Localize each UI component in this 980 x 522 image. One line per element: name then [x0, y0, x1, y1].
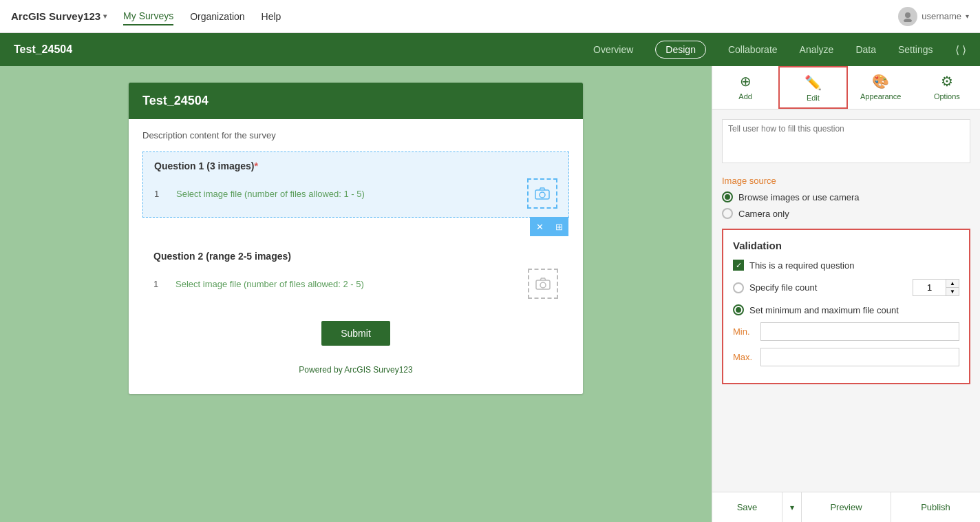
- avatar: [898, 7, 917, 26]
- specify-count-label: Specify file count: [749, 282, 817, 293]
- question2-hint: Select image file (number of files allow…: [175, 279, 520, 289]
- specify-count-radio[interactable]: [733, 282, 744, 293]
- options-icon: ⚙: [941, 73, 953, 90]
- question1-required: *: [254, 160, 257, 171]
- question1-hint: Select image file (number of files allow…: [176, 189, 519, 199]
- survey-title: Test_24504: [14, 43, 571, 56]
- tool-edit-label: Edit: [807, 94, 820, 102]
- survey-bar: Test_24504 Overview Design Collaborate A…: [0, 33, 980, 66]
- panel-footer: Save ▾ Preview Publish: [712, 492, 980, 522]
- camera-radio[interactable]: [722, 208, 733, 219]
- image-source-browse-row: Browse images or use camera: [722, 191, 970, 202]
- specify-count-up[interactable]: ▲: [946, 280, 959, 288]
- question1-delete-btn[interactable]: ✕: [530, 217, 549, 236]
- browse-radio[interactable]: [722, 191, 733, 202]
- max-input[interactable]: 5: [760, 348, 959, 366]
- required-checkbox[interactable]: ✓: [733, 260, 744, 271]
- min-label: Min.: [733, 326, 755, 337]
- right-panel: ⊕ Add ✏️ Edit 🎨 Appearance ⚙ Options Ima…: [712, 66, 980, 522]
- svg-point-0: [905, 12, 910, 18]
- hint-textarea[interactable]: [722, 119, 970, 163]
- card-body: Description content for the survey 1 Que…: [129, 119, 583, 394]
- validation-title: Validation: [733, 240, 959, 251]
- panel-body: Image source Browse images or use camera…: [712, 109, 980, 492]
- min-input[interactable]: 1: [760, 322, 959, 341]
- required-label: This is a required question: [749, 260, 854, 271]
- min-max-radio-row: Set minimum and maximum file count: [733, 304, 959, 315]
- tool-add-label: Add: [738, 92, 752, 101]
- nav-analyze[interactable]: Analyze: [800, 44, 834, 55]
- max-label: Max.: [733, 352, 755, 362]
- question1-actions: ✕ ⊞: [530, 217, 568, 236]
- question1-index: 1: [154, 189, 168, 199]
- main-layout: Test_24504 Description content for the s…: [0, 66, 980, 522]
- survey-card: Test_24504 Description content for the s…: [129, 83, 583, 394]
- add-icon: ⊕: [740, 73, 752, 90]
- tool-appearance-btn[interactable]: 🎨 Appearance: [848, 66, 914, 109]
- publish-button[interactable]: Publish: [891, 492, 980, 522]
- specify-count-down[interactable]: ▼: [946, 288, 959, 295]
- appearance-icon: 🎨: [872, 73, 889, 90]
- tool-options-btn[interactable]: ⚙ Options: [914, 66, 980, 109]
- card-header: Test_24504: [129, 83, 583, 119]
- save-btn-wrap: Save ▾: [712, 492, 802, 522]
- username-text: username: [922, 11, 961, 21]
- camera-radio-label: Camera only: [738, 209, 789, 219]
- card-title: Test_24504: [142, 94, 569, 108]
- max-row: Max. 5: [733, 348, 959, 366]
- specify-count-row: Specify file count 1 ▲ ▼: [733, 279, 959, 296]
- user-area: username ▾: [898, 7, 969, 26]
- specify-count-input[interactable]: 1: [913, 279, 946, 296]
- question2-camera-btn[interactable]: [528, 269, 558, 299]
- question1-input-row: 1 Select image file (number of files all…: [154, 178, 557, 209]
- edit-icon: ✏️: [805, 74, 822, 91]
- tool-add-btn[interactable]: ⊕ Add: [712, 66, 778, 109]
- specify-count-spinner[interactable]: 1 ▲ ▼: [913, 279, 959, 296]
- question1-label: Question 1 (3 images)*: [154, 160, 557, 171]
- svg-point-3: [540, 192, 545, 198]
- tool-edit-btn[interactable]: ✏️ Edit: [778, 66, 847, 109]
- survey-description: Description content for the survey: [142, 130, 569, 140]
- question2-label: Question 2 (range 2-5 images): [153, 251, 558, 262]
- share-icon[interactable]: ⟨ ⟩: [955, 43, 966, 56]
- app-dropdown-arrow[interactable]: ▾: [103, 12, 107, 20]
- min-max-radio[interactable]: [733, 304, 744, 315]
- required-checkbox-row: ✓ This is a required question: [733, 260, 959, 271]
- app-title: ArcGIS Survey123 ▾: [11, 10, 107, 22]
- save-dropdown-arrow[interactable]: ▾: [782, 492, 801, 522]
- specify-count-spinner-btns: ▲ ▼: [946, 279, 959, 296]
- nav-data[interactable]: Data: [855, 44, 876, 55]
- nav-collaborate[interactable]: Collaborate: [728, 44, 778, 55]
- user-dropdown-arrow[interactable]: ▾: [966, 12, 969, 20]
- canvas-area: Test_24504 Description content for the s…: [0, 66, 712, 522]
- submit-button[interactable]: Submit: [321, 321, 390, 346]
- svg-point-5: [540, 282, 546, 288]
- tool-appearance-label: Appearance: [860, 92, 901, 101]
- nav-settings[interactable]: Settings: [898, 44, 933, 55]
- question2-label-text: Question 2 (range 2-5 images): [153, 251, 291, 262]
- nav-help[interactable]: Help: [262, 8, 281, 25]
- svg-point-1: [904, 19, 912, 22]
- nav-overview[interactable]: Overview: [593, 44, 633, 55]
- panel-toolbar: ⊕ Add ✏️ Edit 🎨 Appearance ⚙ Options: [712, 66, 980, 109]
- image-source-camera-row: Camera only: [722, 208, 970, 219]
- question2-input-row: 1 Select image file (number of files all…: [153, 269, 558, 299]
- question2-block[interactable]: Question 2 (range 2-5 images) 1 Select i…: [142, 242, 569, 307]
- top-nav: ArcGIS Survey123 ▾ My Surveys Organizati…: [0, 0, 980, 33]
- preview-button[interactable]: Preview: [802, 492, 891, 522]
- save-button[interactable]: Save: [712, 502, 782, 512]
- min-row: Min. 1: [733, 322, 959, 341]
- image-source-label: Image source: [722, 176, 970, 186]
- validation-box: Validation ✓ This is a required question…: [722, 229, 970, 384]
- browse-radio-label: Browse images or use camera: [738, 192, 860, 202]
- question1-duplicate-btn[interactable]: ⊞: [549, 217, 568, 236]
- nav-my-surveys[interactable]: My Surveys: [123, 8, 173, 25]
- question1-block[interactable]: Question 1 (3 images)* 1 Select image fi…: [142, 152, 569, 218]
- nav-design[interactable]: Design: [655, 41, 706, 59]
- app-name-text: ArcGIS Survey123: [11, 10, 100, 22]
- question1-label-text: Question 1 (3 images): [154, 160, 254, 171]
- nav-organization[interactable]: Organization: [190, 8, 244, 25]
- powered-by: Powered by ArcGIS Survey123: [142, 359, 569, 383]
- question1-camera-btn[interactable]: [527, 178, 557, 209]
- question2-index: 1: [153, 279, 167, 289]
